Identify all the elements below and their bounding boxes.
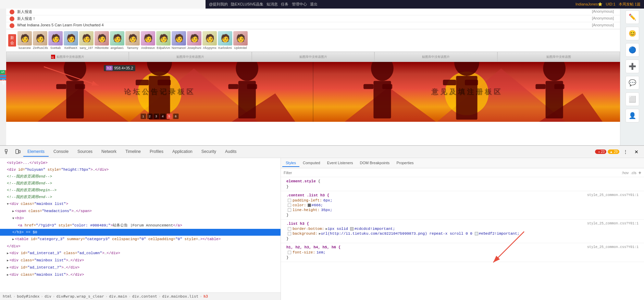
user-keithwex[interactable]: 🧑 KeithweX	[64, 31, 78, 50]
filter-input[interactable]	[284, 171, 619, 175]
dom-line-div-close[interactable]: </div>	[0, 243, 281, 250]
css-prop-font-size: font-size: 1em;	[284, 250, 641, 255]
breadcrumb-body[interactable]: body#index	[17, 294, 39, 299]
user-edpaham[interactable]: 🧑 EdpahAm	[156, 31, 171, 50]
css-source-2[interactable]: style_25_common.css?Y01:1	[587, 222, 639, 226]
user-andrewun[interactable]: 🧑 Andrewun	[141, 31, 155, 50]
user-angelaw1[interactable]: 🧑 angelaw1	[110, 31, 124, 50]
css-source-3[interactable]: style_25_common.css?Y01:1	[587, 245, 639, 249]
user-svettab[interactable]: 🧑 Svettab	[48, 31, 63, 50]
css-checkbox-2[interactable]	[288, 204, 291, 207]
breadcrumb-main[interactable]: div.main	[109, 294, 127, 299]
svg-rect-11	[75, 84, 85, 89]
page-2[interactable]: 2	[147, 114, 152, 119]
svg-rect-48	[5, 149, 7, 152]
breadcrumb-content[interactable]: div.content	[132, 294, 157, 299]
user-sany197[interactable]: 🧑 sany_197	[79, 31, 94, 50]
styles-content[interactable]: element.style { } .content .list h3 { st…	[281, 177, 644, 300]
tab-elements[interactable]: Elements	[23, 147, 49, 157]
sidebar-icon-5[interactable]: 💬	[626, 76, 639, 90]
breadcrumb-html[interactable]: html	[3, 294, 12, 299]
css-checkbox-3[interactable]	[288, 208, 291, 212]
filter-add-btn[interactable]: +	[639, 170, 641, 175]
styles-tab-properties[interactable]: Properties	[393, 159, 417, 167]
devtools-device-btn[interactable]	[13, 147, 23, 157]
sidebar-icon-4[interactable]: ➕	[626, 60, 639, 73]
css-checkbox-4[interactable]	[288, 227, 291, 231]
breadcrumb-h3[interactable]: h3	[203, 294, 208, 299]
user-afuypymx[interactable]: 🧑 Afuypymx	[202, 31, 217, 50]
css-checkbox-5[interactable]	[288, 232, 291, 235]
left-btn-3[interactable]: 享	[0, 78, 6, 80]
styles-tab-computed[interactable]: Computed	[299, 159, 324, 167]
user-karloskmi[interactable]: 🧑 Karloskmi	[218, 31, 232, 50]
devtools-close-btn[interactable]: ✕	[632, 147, 641, 157]
page-3[interactable]: 3	[153, 114, 159, 119]
svg-rect-44	[535, 84, 545, 89]
devtools-more-btn[interactable]: ⋮	[621, 147, 630, 157]
filter-cls-btn[interactable]: .cls	[631, 170, 636, 175]
color-swatch-e5edf2[interactable]	[475, 232, 478, 235]
devtools-toolbar: Elements Console Sources Network Timelin…	[0, 146, 644, 158]
color-swatch-cdcdcd[interactable]	[350, 227, 354, 231]
dom-line-mainbox3[interactable]: ▶<div class="mainbox list">…</div>	[0, 271, 281, 278]
svg-point-12	[58, 62, 92, 63]
header-links: @提到我的 隐EXCLUSIVE晶集 短消息 任务 管理中心 退出	[209, 2, 318, 7]
user-tamxmy[interactable]: 🧑 Tamxmy	[125, 31, 140, 50]
dom-line-mainbox[interactable]: ▼<div class="mainbox list">	[0, 200, 281, 208]
left-btn-1[interactable]: 5	[0, 70, 5, 74]
tab-application[interactable]: Application	[168, 147, 197, 157]
user-normanori[interactable]: 🧑 Normanori	[172, 31, 186, 50]
sidebar-icon-2[interactable]: 😊	[626, 27, 639, 40]
sidebar-icon-3[interactable]: 🔵	[626, 43, 639, 57]
css-checkbox-1[interactable]	[288, 199, 291, 202]
tab-console[interactable]: Console	[49, 147, 73, 157]
tab-timeline[interactable]: Timeline	[121, 147, 145, 157]
tab-audits[interactable]: Audits	[221, 147, 240, 157]
notif-text-2: 新人报道！	[17, 16, 586, 21]
dom-line-huiyuan[interactable]: <div id="huiyuan" style="height:75px">…<…	[0, 166, 281, 173]
breadcrumb-mainbox-list[interactable]: div.mainbox.list	[162, 294, 198, 299]
user-hiltontotte[interactable]: 🧑 Hiltontotte	[95, 31, 109, 50]
breadcrumb-wrap[interactable]: div#wrap.wrap_s_clear	[56, 294, 104, 299]
breadcrumb-div[interactable]: div	[45, 294, 51, 299]
tab-sources[interactable]: Sources	[73, 147, 97, 157]
user-josephuni[interactable]: 🧑 Josephuni	[187, 31, 201, 50]
sidebar-icon-6[interactable]: ⬜	[626, 92, 639, 106]
dom-line-comment2: <!--我的首页调用end-->	[0, 180, 281, 187]
devtools-inspect-btn[interactable]	[3, 147, 12, 157]
dom-line-table[interactable]: ▶<table id="category_3" summary="categor…	[0, 236, 281, 243]
sidebar-icon-1[interactable]: ✏️	[626, 10, 639, 24]
tab-security[interactable]: Security	[197, 147, 220, 157]
svg-rect-16	[136, 80, 149, 85]
dom-line-h3-close[interactable]: </h3> == $0	[0, 229, 281, 236]
page-1[interactable]: 1	[140, 114, 146, 119]
dom-line-mainbox2[interactable]: ▶<div class="mainbox list">…</div>	[0, 257, 281, 264]
page-5[interactable]: 5	[166, 114, 172, 119]
styles-tab-styles[interactable]: Styles	[282, 159, 299, 167]
user-lucarcew[interactable]: 🧑 lucarcew	[17, 31, 32, 50]
dom-line-style[interactable]: <style>...</style>	[0, 159, 281, 166]
dom-line-headactions[interactable]: ▶<span class="headactions">…</span>	[0, 208, 281, 215]
sidebar-icon-7[interactable]: 👤	[626, 109, 639, 122]
dom-line-ad3[interactable]: ▶<div id="ad_intercat_3" class="ad_colum…	[0, 250, 281, 257]
tab-network[interactable]: Network	[97, 147, 121, 157]
user-uplotnitel[interactable]: 🧑 Uplotnitel	[233, 31, 248, 50]
css-source-1[interactable]: style_25_common.css?Y01:1	[587, 193, 639, 197]
dom-line-ad7[interactable]: ▶<div id="ad_intercat_7">…</div>	[0, 264, 281, 271]
css-checkbox-6[interactable]	[288, 251, 291, 254]
user-zinrusctls[interactable]: 🧑 ZinRusCtls	[33, 31, 47, 50]
page-4[interactable]: 4	[160, 114, 165, 119]
filter-hov-btn[interactable]: :hov	[622, 170, 629, 175]
dom-line-anchor[interactable]: <a href="/?gid=3" style="color: #008489;…	[0, 222, 281, 229]
svg-rect-51	[16, 149, 18, 154]
dom-tree[interactable]: <style>...</style> <div id="huiyuan" sty…	[0, 158, 281, 292]
left-btn-2[interactable]: 分	[0, 75, 6, 77]
color-swatch-666[interactable]	[308, 204, 311, 207]
tab-profiles[interactable]: Profiles	[146, 147, 168, 157]
styles-tab-dombreakpoints[interactable]: DOM Breakpoints	[357, 159, 393, 167]
styles-tab-eventlisteners[interactable]: Event Listeners	[324, 159, 357, 167]
page-6[interactable]: 6	[173, 114, 178, 119]
dom-line-h3-open[interactable]: ▼<h3>	[0, 215, 281, 222]
notif-anon-2: [Anonymous]	[589, 16, 617, 21]
